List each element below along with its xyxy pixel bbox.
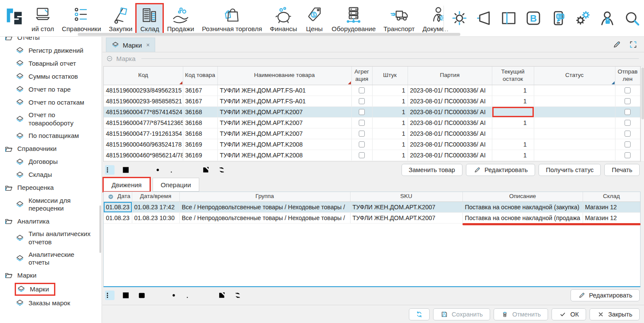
- numbered-list-icon[interactable]: [185, 291, 194, 300]
- sidebar-item[interactable]: Аналитические отчеты: [0, 249, 102, 269]
- export-icon[interactable]: [201, 165, 210, 175]
- top-menu-item[interactable]: Оборудование: [328, 4, 379, 35]
- edit-button[interactable]: Редактировать: [466, 164, 535, 176]
- search-icon[interactable]: [623, 10, 641, 27]
- view-list-icon[interactable]: [105, 291, 115, 300]
- save-button[interactable]: Сохранить: [433, 308, 490, 320]
- checkbox[interactable]: [625, 131, 631, 137]
- sidebar-item[interactable]: Комиссии для переоценки: [0, 195, 102, 215]
- column-header[interactable]: Партия: [408, 67, 492, 85]
- column-header[interactable]: Отправлен: [615, 67, 640, 85]
- tab-movements[interactable]: Движения: [103, 178, 150, 192]
- checkbox[interactable]: [359, 120, 365, 126]
- top-menu-item[interactable]: Транспорт: [379, 4, 418, 35]
- column-header[interactable]: Статус: [534, 67, 615, 85]
- column-header[interactable]: Код: [104, 67, 183, 85]
- top-menu-item[interactable]: Закупки: [105, 4, 137, 35]
- sidebar-item[interactable]: Отчет по товарообороту: [0, 109, 102, 130]
- sidebar-item[interactable]: Регистр движений: [0, 44, 102, 57]
- sidebar-item[interactable]: Аналитика: [0, 215, 102, 228]
- top-menu-item[interactable]: Справочники: [58, 4, 105, 35]
- bold-icon[interactable]: B: [525, 10, 542, 27]
- movements-edit-button[interactable]: Редактировать: [571, 289, 640, 301]
- checkbox[interactable]: [625, 109, 631, 115]
- marks-table-scrollbar[interactable]: [641, 66, 644, 162]
- checkbox[interactable]: [625, 87, 631, 93]
- table-row[interactable]: 4815196000477/*87541236536168ТУФЛИ ЖЕН.Д…: [104, 117, 640, 128]
- filter-icon[interactable]: [153, 291, 163, 300]
- column-header[interactable]: Штук: [372, 67, 408, 85]
- chevron-circle-icon[interactable]: [106, 193, 116, 200]
- column-header[interactable]: Дата/время: [132, 192, 179, 201]
- view-grid-icon[interactable]: [121, 291, 131, 300]
- refresh-icon[interactable]: [217, 165, 226, 175]
- column-header[interactable]: Группа: [179, 192, 350, 201]
- column-header[interactable]: Склад: [583, 192, 640, 201]
- sidebar-scrollbar[interactable]: [99, 205, 101, 253]
- filter-icon[interactable]: [137, 165, 147, 175]
- checkbox[interactable]: [359, 87, 365, 93]
- table-row[interactable]: 4815196000460/96352417836169ТУФЛИ ЖЕН.ДО…: [104, 139, 640, 150]
- table-row[interactable]: 4815196000460*9856214/7836169ТУФЛИ ЖЕН.Д…: [104, 150, 640, 160]
- menu-scrollbar[interactable]: [78, 33, 460, 36]
- theme-icon[interactable]: [451, 10, 468, 27]
- column-header[interactable]: Текущий остаток: [492, 67, 534, 85]
- sidebar-item[interactable]: Переоценка: [0, 182, 102, 195]
- gear-icon[interactable]: [169, 291, 179, 300]
- column-header[interactable]: Агрегация: [351, 67, 372, 85]
- checkbox[interactable]: [625, 98, 631, 104]
- tab-close-icon[interactable]: ×: [146, 42, 150, 48]
- edit-pencil-icon[interactable]: [612, 40, 622, 49]
- sidebar-item[interactable]: Заказы марок: [0, 297, 102, 310]
- sidebar-item[interactable]: Марки: [0, 282, 102, 297]
- top-menu-item[interactable]: $Цены: [301, 4, 328, 35]
- ok-button[interactable]: ОК: [552, 308, 586, 320]
- sidebar-item[interactable]: По поставщикам: [0, 130, 102, 143]
- sidebar-item[interactable]: Отчет по остаткам: [0, 96, 102, 109]
- sidebar-item[interactable]: Марки: [0, 269, 102, 282]
- checkbox[interactable]: [359, 109, 365, 115]
- checkbox[interactable]: [625, 152, 631, 158]
- gear-icon[interactable]: [153, 165, 163, 175]
- checkbox[interactable]: [625, 120, 631, 126]
- numbered-list-icon[interactable]: [169, 165, 179, 175]
- sidebar-item[interactable]: Отчеты: [0, 37, 102, 44]
- checkbox[interactable]: [625, 141, 631, 147]
- announcement-icon[interactable]: [475, 10, 493, 27]
- split-view-icon[interactable]: [500, 10, 517, 27]
- sidebar-item[interactable]: Договоры: [0, 156, 102, 169]
- print-button[interactable]: Печать: [604, 164, 640, 176]
- calendar-icon[interactable]: [137, 291, 147, 300]
- get-status-button[interactable]: Получить статус: [539, 164, 601, 176]
- column-header[interactable]: Описание: [462, 192, 583, 201]
- column-header[interactable]: Дата: [104, 192, 132, 201]
- top-menu-item[interactable]: Розничная торговля: [198, 4, 266, 35]
- feedback-icon[interactable]: [549, 10, 567, 27]
- column-header[interactable]: SKU: [350, 192, 462, 201]
- settings-icon[interactable]: [574, 10, 591, 27]
- top-menu-item[interactable]: Продажи: [163, 4, 198, 35]
- refresh-icon[interactable]: [233, 291, 242, 300]
- table-row[interactable]: 4815196000293/84956231536167ТУФЛИ ЖЕН.ДО…: [104, 85, 640, 96]
- top-menu-item[interactable]: Склад: [136, 4, 163, 35]
- table-row[interactable]: 4815196000293-98585852136167ТУФЛИ ЖЕН.ДО…: [104, 96, 640, 106]
- view-list-icon[interactable]: [105, 165, 115, 175]
- close-button[interactable]: Закрыть: [590, 308, 640, 320]
- top-menu-item[interactable]: ий стол: [28, 4, 58, 35]
- add-list-icon[interactable]: [201, 291, 210, 300]
- fullscreen-icon[interactable]: [628, 40, 638, 49]
- checkbox[interactable]: [359, 98, 365, 104]
- add-list-icon[interactable]: [185, 165, 194, 175]
- sidebar-item[interactable]: Справочники: [0, 143, 102, 156]
- sidebar-item[interactable]: Товарный отчет: [0, 57, 102, 70]
- column-header[interactable]: Наименование товара: [217, 67, 351, 85]
- column-header[interactable]: Код товара: [183, 67, 217, 85]
- user-lock-icon[interactable]: [599, 10, 616, 27]
- replace-product-button[interactable]: Заменить товар: [402, 164, 462, 176]
- table-row[interactable]: 01.08.2301.08.23 10:30Все / Непродовольт…: [104, 212, 640, 223]
- collapse-icon[interactable]: [106, 55, 113, 62]
- checkbox[interactable]: [359, 152, 365, 158]
- tab-marks[interactable]: Марки ×: [106, 38, 155, 52]
- top-menu-item[interactable]: Финансы: [266, 4, 301, 35]
- tab-operations[interactable]: Операции: [153, 178, 199, 192]
